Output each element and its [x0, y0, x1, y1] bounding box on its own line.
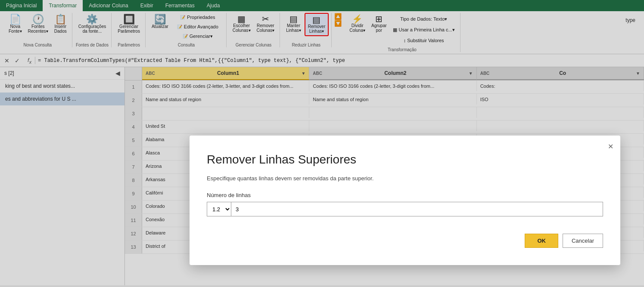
dialog-description: Especifique quantas linhas devem ser rem… [207, 175, 603, 182]
dialog-footer: OK Cancelar [207, 234, 603, 248]
dialog-input-row: 1.2 [207, 202, 603, 216]
dialog-close-button[interactable]: ✕ [608, 142, 613, 151]
dialog-title: Remover Linhas Superiores [207, 153, 603, 167]
dialog-field-label: Número de linhas [207, 192, 603, 198]
dialog-lines-input[interactable] [231, 202, 603, 216]
remove-top-rows-dialog: ✕ Remover Linhas Superiores Especifique … [190, 136, 620, 265]
dialog-type-select[interactable]: 1.2 [207, 202, 231, 216]
dialog-cancel-button[interactable]: Cancelar [563, 234, 603, 248]
dialog-ok-button[interactable]: OK [525, 234, 558, 248]
